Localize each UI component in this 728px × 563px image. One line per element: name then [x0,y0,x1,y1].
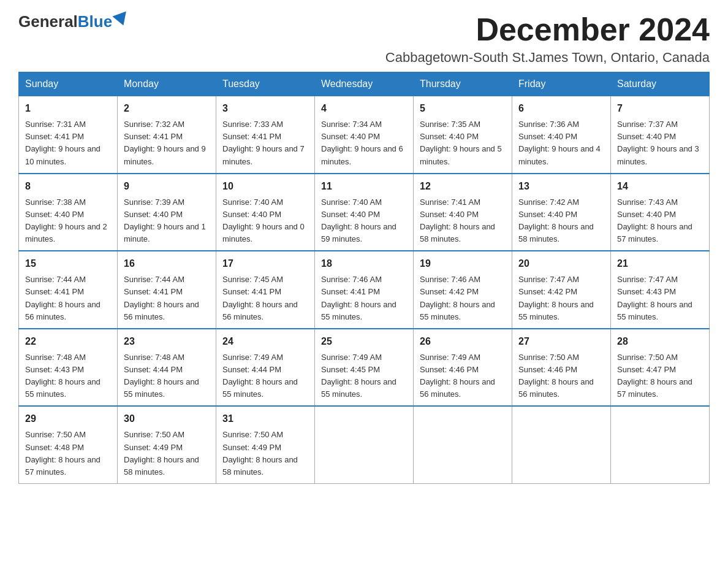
calendar-week-row: 22Sunrise: 7:48 AMSunset: 4:43 PMDayligh… [19,329,710,407]
calendar-day-cell: 29Sunrise: 7:50 AMSunset: 4:48 PMDayligh… [19,406,118,483]
calendar-day-cell: 10Sunrise: 7:40 AMSunset: 4:40 PMDayligh… [216,174,315,251]
day-number: 17 [222,256,308,271]
day-info: Sunrise: 7:40 AMSunset: 4:40 PMDaylight:… [321,197,396,243]
day-number: 27 [518,334,604,349]
day-info: Sunrise: 7:46 AMSunset: 4:41 PMDaylight:… [321,275,396,321]
calendar-table: SundayMondayTuesdayWednesdayThursdayFrid… [18,72,710,484]
calendar-day-cell: 8Sunrise: 7:38 AMSunset: 4:40 PMDaylight… [19,174,118,251]
day-number: 9 [124,179,210,194]
column-header-saturday: Saturday [611,72,710,96]
day-number: 18 [321,256,407,271]
day-info: Sunrise: 7:45 AMSunset: 4:41 PMDaylight:… [222,275,298,321]
day-info: Sunrise: 7:31 AMSunset: 4:41 PMDaylight:… [25,120,100,166]
day-info: Sunrise: 7:41 AMSunset: 4:40 PMDaylight:… [420,197,495,243]
day-info: Sunrise: 7:35 AMSunset: 4:40 PMDaylight:… [420,120,502,166]
day-number: 21 [617,256,703,271]
calendar-day-cell: 1Sunrise: 7:31 AMSunset: 4:41 PMDaylight… [19,96,118,174]
day-number: 7 [617,101,703,116]
calendar-day-cell: 21Sunrise: 7:47 AMSunset: 4:43 PMDayligh… [611,251,710,329]
day-number: 31 [222,412,308,426]
day-info: Sunrise: 7:32 AMSunset: 4:41 PMDaylight:… [124,120,206,166]
day-number: 10 [222,179,308,194]
day-info: Sunrise: 7:36 AMSunset: 4:40 PMDaylight:… [518,120,601,166]
day-number: 29 [25,412,111,426]
day-info: Sunrise: 7:50 AMSunset: 4:49 PMDaylight:… [124,430,199,476]
column-header-wednesday: Wednesday [315,72,414,96]
day-info: Sunrise: 7:50 AMSunset: 4:49 PMDaylight:… [222,430,298,476]
day-number: 19 [420,256,506,271]
calendar-day-cell: 14Sunrise: 7:43 AMSunset: 4:40 PMDayligh… [611,174,710,251]
calendar-day-cell [611,406,710,483]
day-number: 1 [25,101,111,116]
day-number: 20 [518,256,604,271]
calendar-day-cell: 17Sunrise: 7:45 AMSunset: 4:41 PMDayligh… [216,251,315,329]
day-info: Sunrise: 7:46 AMSunset: 4:42 PMDaylight:… [420,275,495,321]
location-subtitle: Cabbagetown-South St.James Town, Ontario… [385,50,710,66]
logo-triangle-icon [112,11,130,28]
day-info: Sunrise: 7:37 AMSunset: 4:40 PMDaylight:… [617,120,699,166]
day-info: Sunrise: 7:34 AMSunset: 4:40 PMDaylight:… [321,120,403,166]
day-info: Sunrise: 7:50 AMSunset: 4:46 PMDaylight:… [518,353,594,399]
calendar-week-row: 15Sunrise: 7:44 AMSunset: 4:41 PMDayligh… [19,251,710,329]
calendar-day-cell [315,406,414,483]
day-info: Sunrise: 7:43 AMSunset: 4:40 PMDaylight:… [617,197,692,243]
logo-blue-text: Blue [78,12,112,31]
day-number: 14 [617,179,703,194]
day-info: Sunrise: 7:40 AMSunset: 4:40 PMDaylight:… [222,197,305,243]
day-number: 28 [617,334,703,349]
day-info: Sunrise: 7:44 AMSunset: 4:41 PMDaylight:… [124,275,199,321]
day-number: 3 [222,101,308,116]
day-number: 11 [321,179,407,194]
day-number: 4 [321,101,407,116]
calendar-day-cell: 26Sunrise: 7:49 AMSunset: 4:46 PMDayligh… [414,329,512,407]
calendar-day-cell: 18Sunrise: 7:46 AMSunset: 4:41 PMDayligh… [315,251,414,329]
day-info: Sunrise: 7:42 AMSunset: 4:40 PMDaylight:… [518,197,594,243]
day-info: Sunrise: 7:33 AMSunset: 4:41 PMDaylight:… [222,120,305,166]
day-number: 16 [124,256,210,271]
calendar-week-row: 1Sunrise: 7:31 AMSunset: 4:41 PMDaylight… [19,96,710,174]
calendar-day-cell: 24Sunrise: 7:49 AMSunset: 4:44 PMDayligh… [216,329,315,407]
column-header-friday: Friday [512,72,611,96]
day-info: Sunrise: 7:48 AMSunset: 4:43 PMDaylight:… [25,353,100,399]
day-number: 24 [222,334,308,349]
calendar-day-cell: 7Sunrise: 7:37 AMSunset: 4:40 PMDaylight… [611,96,710,174]
title-section: December 2024 Cabbagetown-South St.James… [385,12,710,66]
calendar-day-cell: 9Sunrise: 7:39 AMSunset: 4:40 PMDaylight… [118,174,216,251]
calendar-day-cell: 25Sunrise: 7:49 AMSunset: 4:45 PMDayligh… [315,329,414,407]
calendar-day-cell [512,406,611,483]
calendar-day-cell: 12Sunrise: 7:41 AMSunset: 4:40 PMDayligh… [414,174,512,251]
day-info: Sunrise: 7:48 AMSunset: 4:44 PMDaylight:… [124,353,199,399]
day-number: 26 [420,334,506,349]
month-year-title: December 2024 [385,12,710,47]
calendar-day-cell: 23Sunrise: 7:48 AMSunset: 4:44 PMDayligh… [118,329,216,407]
day-number: 12 [420,179,506,194]
calendar-day-cell: 13Sunrise: 7:42 AMSunset: 4:40 PMDayligh… [512,174,611,251]
column-header-monday: Monday [118,72,216,96]
calendar-day-cell: 31Sunrise: 7:50 AMSunset: 4:49 PMDayligh… [216,406,315,483]
page-header: General Blue December 2024 Cabbagetown-S… [18,12,710,66]
logo-general-text: General [18,12,78,31]
calendar-day-cell: 2Sunrise: 7:32 AMSunset: 4:41 PMDaylight… [118,96,216,174]
day-info: Sunrise: 7:47 AMSunset: 4:43 PMDaylight:… [617,275,692,321]
calendar-day-cell: 15Sunrise: 7:44 AMSunset: 4:41 PMDayligh… [19,251,118,329]
day-number: 8 [25,179,111,194]
calendar-day-cell: 19Sunrise: 7:46 AMSunset: 4:42 PMDayligh… [414,251,512,329]
calendar-day-cell: 20Sunrise: 7:47 AMSunset: 4:42 PMDayligh… [512,251,611,329]
day-info: Sunrise: 7:49 AMSunset: 4:45 PMDaylight:… [321,353,396,399]
column-header-sunday: Sunday [19,72,118,96]
day-info: Sunrise: 7:50 AMSunset: 4:47 PMDaylight:… [617,353,692,399]
day-info: Sunrise: 7:49 AMSunset: 4:46 PMDaylight:… [420,353,495,399]
day-info: Sunrise: 7:47 AMSunset: 4:42 PMDaylight:… [518,275,594,321]
day-number: 6 [518,101,604,116]
day-info: Sunrise: 7:49 AMSunset: 4:44 PMDaylight:… [222,353,298,399]
calendar-day-cell: 27Sunrise: 7:50 AMSunset: 4:46 PMDayligh… [512,329,611,407]
day-number: 2 [124,101,210,116]
calendar-header-row: SundayMondayTuesdayWednesdayThursdayFrid… [19,72,710,96]
day-info: Sunrise: 7:38 AMSunset: 4:40 PMDaylight:… [25,197,107,243]
calendar-day-cell: 30Sunrise: 7:50 AMSunset: 4:49 PMDayligh… [118,406,216,483]
calendar-day-cell: 11Sunrise: 7:40 AMSunset: 4:40 PMDayligh… [315,174,414,251]
logo: General Blue [18,12,129,31]
calendar-day-cell: 28Sunrise: 7:50 AMSunset: 4:47 PMDayligh… [611,329,710,407]
calendar-day-cell [414,406,512,483]
calendar-day-cell: 3Sunrise: 7:33 AMSunset: 4:41 PMDaylight… [216,96,315,174]
